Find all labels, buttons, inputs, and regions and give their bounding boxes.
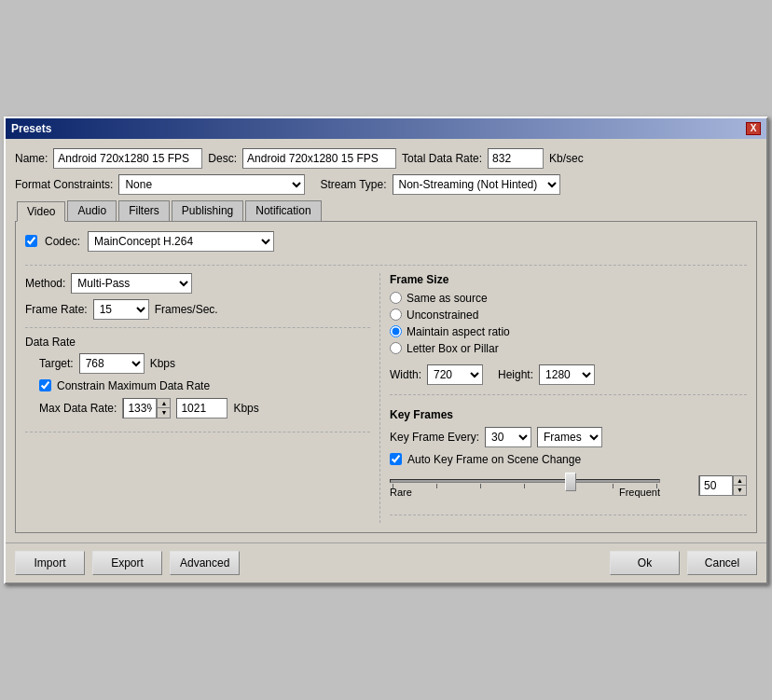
slider-spinner-up-button[interactable]: ▲ <box>733 476 746 486</box>
constrain-row: Constrain Maximum Data Rate <box>25 379 370 392</box>
spinner-down-button[interactable]: ▼ <box>157 408 170 418</box>
left-buttons: Import Export Advanced <box>15 551 240 575</box>
tick-3 <box>480 484 481 488</box>
tab-content: Codec: MainConcept H.264 Method: Multi-P… <box>15 221 757 533</box>
slider-track <box>390 479 660 483</box>
radio-unconstrained-label: Unconstrained <box>407 309 478 322</box>
height-label: Height: <box>498 368 533 381</box>
name-row: Name: Desc: Total Data Rate: Kb/sec <box>15 148 757 169</box>
frame-size-title: Frame Size <box>390 273 747 286</box>
slider-ticks <box>391 484 659 488</box>
spinner-up-button[interactable]: ▲ <box>157 399 170 408</box>
cancel-button[interactable]: Cancel <box>687 551 757 575</box>
tick-2 <box>436 484 437 488</box>
height-select[interactable]: 1280 <box>539 364 595 385</box>
tab-notification[interactable]: Notification <box>245 200 321 221</box>
radio-maintain-aspect-label: Maintain aspect ratio <box>407 325 510 338</box>
auto-key-frame-checkbox[interactable] <box>390 453 402 465</box>
frame-rate-label: Frame Rate: <box>25 303 88 316</box>
method-select[interactable]: Multi-Pass Single-Pass <box>71 273 192 294</box>
advanced-button[interactable]: Advanced <box>170 551 240 575</box>
slider-value-input[interactable] <box>699 475 733 496</box>
data-rate-section: Data Rate Target: 768 Kbps Constrain Max… <box>25 336 370 419</box>
total-data-rate-input[interactable] <box>488 148 544 169</box>
key-frame-unit-select[interactable]: Frames Seconds <box>537 427 602 447</box>
data-rate-title: Data Rate <box>25 336 370 349</box>
width-select[interactable]: 720 <box>427 364 483 385</box>
width-label: Width: <box>390 368 421 381</box>
close-button[interactable]: X <box>746 122 761 135</box>
target-select[interactable]: 768 <box>79 353 145 374</box>
title-bar: Presets X <box>6 118 766 139</box>
total-data-rate-unit: Kb/sec <box>549 152 584 165</box>
frame-rate-unit: Frames/Sec. <box>155 303 218 316</box>
desc-input[interactable] <box>242 148 396 169</box>
frame-rate-row: Frame Rate: 15 24 30 Frames/Sec. <box>25 299 370 320</box>
divider-4 <box>390 394 747 395</box>
import-button[interactable]: Import <box>15 551 85 575</box>
radio-unconstrained: Unconstrained <box>390 309 747 322</box>
radio-unconstrained-input[interactable] <box>390 309 402 321</box>
right-column: Frame Size Same as source Unconstrained <box>379 273 747 523</box>
presets-window: Presets X Name: Desc: Total Data Rate: K… <box>4 117 768 584</box>
frame-rate-select[interactable]: 15 24 30 <box>93 299 149 320</box>
main-content: Name: Desc: Total Data Rate: Kb/sec Form… <box>6 139 766 542</box>
divider-1 <box>25 265 747 266</box>
key-frames-title: Key Frames <box>390 408 747 421</box>
codec-row: Codec: MainConcept H.264 <box>25 231 747 252</box>
divider-5 <box>390 515 747 515</box>
name-input[interactable] <box>53 148 202 169</box>
max-data-rate-row: Max Data Rate: ▲ ▼ Kbps <box>25 398 370 419</box>
slider-spinner-down-button[interactable]: ▼ <box>733 486 746 495</box>
slider-spinner-buttons: ▲ ▼ <box>733 476 746 495</box>
bottom-bar: Import Export Advanced Ok Cancel <box>6 542 766 583</box>
divider-2 <box>25 327 370 328</box>
slider-value-spinner: ▲ ▼ <box>698 475 747 496</box>
tab-filters[interactable]: Filters <box>118 200 170 221</box>
tab-publishing[interactable]: Publishing <box>172 200 243 221</box>
stream-type-label: Stream Type: <box>320 178 386 191</box>
codec-select[interactable]: MainConcept H.264 <box>88 231 274 252</box>
tab-video[interactable]: Video <box>17 201 65 222</box>
format-constraints-select[interactable]: None <box>118 174 305 195</box>
constrain-label: Constrain Maximum Data Rate <box>57 379 210 392</box>
divider-3 <box>25 432 370 432</box>
constrain-checkbox[interactable] <box>39 379 51 391</box>
tick-6 <box>613 484 613 488</box>
radio-maintain-aspect-input[interactable] <box>390 325 402 337</box>
radio-same-as-source: Same as source <box>390 292 747 305</box>
radio-letter-box-label: Letter Box or Pillar <box>407 342 499 355</box>
codec-checkbox[interactable] <box>25 235 37 247</box>
max-data-rate-label: Max Data Rate: <box>39 402 117 415</box>
radio-same-as-source-label: Same as source <box>407 292 488 305</box>
radio-maintain-aspect: Maintain aspect ratio <box>390 325 747 338</box>
key-frame-every-row: Key Frame Every: 30 Frames Seconds <box>390 427 747 447</box>
total-data-rate-label: Total Data Rate: <box>402 152 482 165</box>
slider-thumb[interactable] <box>565 473 576 491</box>
target-label: Target: <box>39 357 74 370</box>
max-data-rate-unit: Kbps <box>233 402 258 415</box>
max-rate-percent-input[interactable] <box>123 398 157 419</box>
target-unit: Kbps <box>150 357 175 370</box>
key-frame-every-select[interactable]: 30 <box>485 427 531 447</box>
format-row: Format Constraints: None Stream Type: No… <box>15 174 757 195</box>
radio-same-as-source-input[interactable] <box>390 292 402 304</box>
auto-key-frame-label: Auto Key Frame on Scene Change <box>407 453 581 466</box>
radio-letter-box-input[interactable] <box>390 342 402 354</box>
key-frame-every-label: Key Frame Every: <box>390 431 479 444</box>
name-label: Name: <box>15 152 48 165</box>
right-buttons: Ok Cancel <box>610 551 757 575</box>
key-frames-section: Key Frames Key Frame Every: 30 Frames Se… <box>390 408 747 496</box>
tick-1 <box>393 484 393 488</box>
export-button[interactable]: Export <box>92 551 162 575</box>
tick-4 <box>524 484 525 488</box>
dimensions-row: Width: 720 Height: 1280 <box>390 364 747 385</box>
desc-label: Desc: <box>208 152 237 165</box>
max-data-rate-input[interactable] <box>176 398 227 419</box>
ok-button[interactable]: Ok <box>610 551 680 575</box>
frame-size-radio-group: Same as source Unconstrained Maintain as… <box>390 292 747 355</box>
tab-audio[interactable]: Audio <box>67 200 117 221</box>
two-col-layout: Method: Multi-Pass Single-Pass Frame Rat… <box>25 273 747 523</box>
stream-type-select[interactable]: Non-Streaming (Not Hinted) <box>393 174 560 195</box>
codec-label: Codec: <box>45 235 80 248</box>
